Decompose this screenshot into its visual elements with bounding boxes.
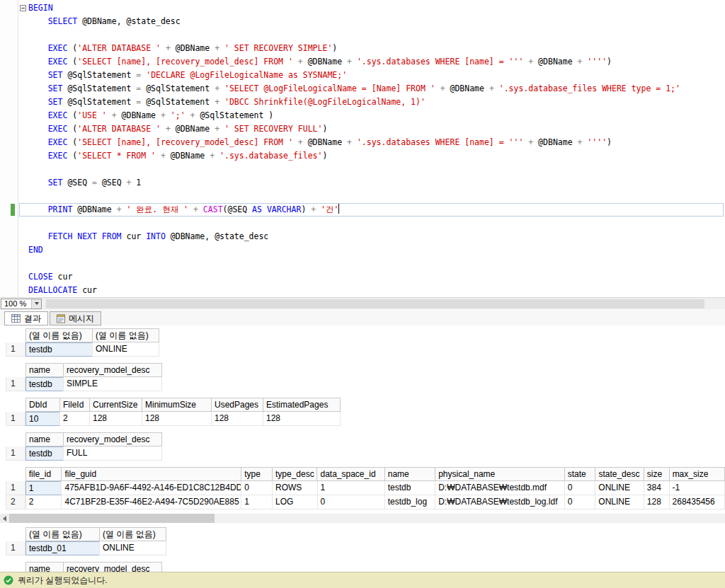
grid-cell[interactable]: testdb <box>384 481 435 495</box>
column-header[interactable]: (열 이름 없음) <box>25 328 93 342</box>
grid-cell[interactable]: testdb_log <box>384 495 435 509</box>
grid-cell[interactable]: SIMPLE <box>63 377 162 391</box>
code-line[interactable]: SET @SqlStatement = @SqlStatement + 'DBC… <box>0 96 725 109</box>
scroll-left-arrow-icon[interactable] <box>0 514 9 523</box>
grid-cell[interactable]: 128 <box>89 412 142 426</box>
grid-cell[interactable]: 475AFB1D-9A6F-4492-A146-ED1C8C12B4DD <box>61 481 241 495</box>
column-header[interactable]: (열 이름 없음) <box>99 527 166 541</box>
grid-cell[interactable]: 1 <box>317 481 385 495</box>
tab-messages[interactable]: 메시지 <box>50 311 101 325</box>
row-header[interactable]: 1 <box>6 541 25 555</box>
column-header[interactable]: state <box>564 467 596 481</box>
grid-cell[interactable]: -1 <box>669 481 725 495</box>
grid-cell[interactable]: D:₩DATABASE₩testdb.mdf <box>435 481 564 495</box>
code-line[interactable]: SELECT @DBName, @state_desc <box>0 15 725 28</box>
grid-cell[interactable]: testdb <box>25 446 64 461</box>
fold-collapse-icon[interactable] <box>20 5 26 11</box>
column-header[interactable]: size <box>644 467 670 481</box>
column-header[interactable]: type_desc <box>272 467 318 481</box>
column-header[interactable]: CurrentSize <box>89 398 142 412</box>
column-header[interactable]: FileId <box>59 398 90 412</box>
code-line[interactable] <box>0 163 725 176</box>
grid-cell[interactable]: 0 <box>317 495 385 509</box>
row-header[interactable]: 1 <box>6 377 25 391</box>
row-header[interactable]: 1 <box>6 342 25 357</box>
grid-cell[interactable]: 128 <box>142 412 212 426</box>
grid-cell[interactable]: testdb_01 <box>25 541 100 555</box>
column-header[interactable]: data_space_id <box>316 467 384 481</box>
grid-cell[interactable]: 128 <box>211 412 263 426</box>
grid-cell[interactable]: ONLINE <box>92 342 159 357</box>
results-hscrollbar[interactable] <box>0 514 725 523</box>
code-line[interactable] <box>0 28 725 42</box>
code-line[interactable]: EXEC ('USE ' + @DBName + ';' + @SqlState… <box>0 109 725 122</box>
column-header[interactable]: state_desc <box>595 467 644 481</box>
grid-cell[interactable]: LOG <box>272 495 318 509</box>
row-header[interactable]: 1 <box>6 481 25 495</box>
column-header[interactable]: name <box>384 467 435 481</box>
code-line[interactable]: CLOSE cur <box>0 270 725 284</box>
tab-results[interactable]: 결과 <box>4 311 48 325</box>
row-header[interactable]: 1 <box>6 412 25 426</box>
editor-hscroll-thumb[interactable] <box>46 299 704 309</box>
grid-cell[interactable]: 1 <box>241 495 273 509</box>
grid-cell[interactable]: testdb <box>25 377 64 391</box>
code-line[interactable]: EXEC ('ALTER DATABASE ' + @DBName + ' SE… <box>0 42 725 55</box>
column-header[interactable]: UsedPages <box>211 398 263 412</box>
code-line[interactable]: FETCH NEXT FROM cur INTO @DBName, @state… <box>0 230 725 243</box>
code-line[interactable] <box>0 217 725 230</box>
code-line[interactable]: EXEC ('SELECT [name], [recovery_model_de… <box>0 55 725 69</box>
code-line[interactable]: PRINT @DBName + ' 완료. 현재 ' + CAST(@SEQ A… <box>0 203 725 217</box>
column-header[interactable]: physical_name <box>435 467 564 481</box>
code-line[interactable] <box>0 257 725 270</box>
grid-cell[interactable]: 2 <box>25 495 62 509</box>
code-editor[interactable]: BEGIN SELECT @DBName, @state_desc EXEC (… <box>0 0 725 297</box>
grid-cell[interactable]: 384 <box>644 481 670 495</box>
column-header[interactable]: file_id <box>25 467 62 481</box>
code-line[interactable]: DEALLOCATE cur <box>0 284 725 297</box>
code-line[interactable]: EXEC ('SELECT [name], [recovery_model_de… <box>0 136 725 149</box>
grid-cell[interactable]: 128 <box>644 495 670 509</box>
row-header[interactable]: 2 <box>6 495 25 509</box>
code-line[interactable] <box>0 190 725 203</box>
column-header[interactable]: EstimatedPages <box>263 398 341 412</box>
code-line[interactable]: EXEC ('ALTER DATABASE ' + @DBName + ' SE… <box>0 122 725 136</box>
column-header[interactable]: file_guid <box>61 467 241 481</box>
grid-cell[interactable]: 0 <box>564 495 596 509</box>
grid-cell[interactable]: testdb <box>25 342 93 357</box>
grid-cell[interactable]: ONLINE <box>595 495 644 509</box>
grid-cell[interactable]: 4C71BF2B-E35F-46E2-A494-7C5D290AE885 <box>61 495 241 509</box>
column-header[interactable]: recovery_model_desc <box>63 363 162 377</box>
code-line[interactable]: SET @SqlStatement = 'DECLARE @LogFileLog… <box>0 69 725 82</box>
grid-cell[interactable]: 0 <box>564 481 596 495</box>
column-header[interactable]: type <box>241 467 273 481</box>
column-header[interactable]: (열 이름 없음) <box>92 328 159 342</box>
grid-cell[interactable]: ROWS <box>272 481 318 495</box>
column-header[interactable]: (열 이름 없음) <box>25 527 100 541</box>
editor-hscroll-track[interactable] <box>43 299 724 309</box>
row-header[interactable]: 1 <box>6 446 25 461</box>
code-line[interactable]: EXEC ('SELECT * FROM ' + @DBName + '.sys… <box>0 149 725 163</box>
code-line[interactable]: BEGIN <box>0 1 725 15</box>
grid-cell[interactable]: 128 <box>263 412 341 426</box>
code-line[interactable]: SET @SqlStatement = @SqlStatement + 'SEL… <box>0 82 725 96</box>
column-header[interactable]: max_size <box>669 467 725 481</box>
column-header[interactable]: recovery_model_desc <box>63 432 162 446</box>
column-header[interactable]: name <box>25 363 64 377</box>
grid-cell[interactable]: D:₩DATABASE₩testdb_log.ldf <box>435 495 564 509</box>
grid-cell[interactable]: ONLINE <box>595 481 644 495</box>
zoom-dropdown-arrow-icon[interactable] <box>31 299 41 309</box>
grid-cell[interactable]: 268435456 <box>669 495 725 509</box>
column-header[interactable]: DbId <box>25 398 60 412</box>
column-header[interactable]: MinimumSize <box>142 398 212 412</box>
code-line[interactable]: END <box>0 243 725 257</box>
grid-cell[interactable]: 1 <box>25 481 62 495</box>
grid-cell[interactable]: ONLINE <box>99 541 166 555</box>
column-header[interactable]: name <box>25 432 64 446</box>
code-line[interactable]: SET @SEQ = @SEQ + 1 <box>0 176 725 190</box>
grid-cell[interactable]: 2 <box>59 412 90 426</box>
scrollbar-thumb[interactable] <box>9 514 215 523</box>
grid-cell[interactable]: 0 <box>241 481 273 495</box>
grid-cell[interactable]: 10 <box>25 412 60 426</box>
zoom-combobox[interactable]: 100 % <box>1 299 42 309</box>
